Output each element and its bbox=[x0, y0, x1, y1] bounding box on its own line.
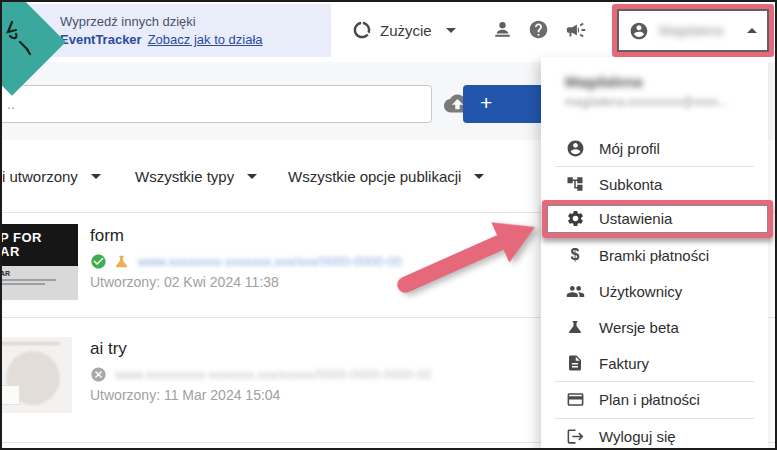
filter-all-types-label: Wszystkie typy bbox=[135, 168, 234, 185]
menu-divider bbox=[555, 166, 754, 167]
user-menu-highlight-box: Magdalena bbox=[612, 4, 774, 57]
usage-gauge-icon bbox=[352, 20, 372, 40]
subaccounts-icon bbox=[566, 175, 584, 193]
menu-item-plan-payments[interactable]: Plan i płatności bbox=[541, 384, 768, 414]
menu-item-label: Mój profil bbox=[599, 140, 660, 157]
menu-item-users[interactable]: Użytkownicy bbox=[541, 276, 768, 306]
beta-flask-icon bbox=[566, 318, 584, 336]
page-title[interactable]: ai try bbox=[90, 339, 127, 359]
menu-divider bbox=[555, 418, 754, 419]
logout-icon bbox=[566, 427, 585, 446]
plus-icon: + bbox=[480, 91, 492, 114]
credit-card-icon bbox=[566, 390, 585, 409]
menu-item-beta-versions[interactable]: Wersje beta bbox=[541, 312, 768, 342]
invoice-document-icon bbox=[566, 354, 584, 372]
menu-item-logout[interactable]: Wyloguj się bbox=[541, 421, 768, 450]
filter-sort-created-label: i utworzony bbox=[2, 168, 78, 185]
page-thumbnail bbox=[0, 337, 72, 413]
user-dropdown-menu: Magdalena magdalena.xxxxxxxxx@xxxx... Mó… bbox=[541, 57, 768, 448]
menu-item-invoices[interactable]: Faktury bbox=[541, 348, 768, 378]
page-url-blurred[interactable]: www.xxxxxxxx-xxxxxxx.xxx/xxx/0000-0000-0… bbox=[138, 254, 402, 269]
menu-item-my-profile[interactable]: Mój profil bbox=[541, 133, 768, 163]
filter-all-types[interactable]: Wszystkie typy bbox=[135, 168, 257, 185]
eventtracker-promo-banner: Wyprzedź innych dzięki EventTrackerZobac… bbox=[30, 4, 331, 57]
search-input[interactable] bbox=[0, 85, 432, 123]
menu-item-label: Subkonta bbox=[599, 176, 662, 193]
filter-publication-options-label: Wszystkie opcje publikacji bbox=[288, 168, 461, 185]
menu-item-label: Plan i płatności bbox=[599, 391, 700, 408]
menu-divider bbox=[555, 381, 754, 382]
test-flask-icon bbox=[113, 253, 130, 270]
chevron-down-icon bbox=[247, 174, 257, 179]
created-date: Utworzony: 11 Mar 2024 15:04 bbox=[90, 387, 280, 403]
chevron-down-icon bbox=[474, 174, 484, 179]
chevron-down-icon bbox=[446, 28, 456, 33]
banner-link[interactable]: Zobacz jak to działa bbox=[148, 32, 263, 47]
page-url-blurred: www.xxxxxxxxx-xxxxxxx.xxx/xxxxx/0000-000… bbox=[115, 367, 431, 382]
menu-item-label: Bramki płatności bbox=[599, 247, 709, 264]
user-menu-button[interactable]: Magdalena bbox=[617, 9, 769, 52]
filter-sort-created[interactable]: i utworzony bbox=[2, 168, 101, 185]
chevron-down-icon bbox=[91, 174, 101, 179]
menu-item-subaccounts[interactable]: Subkonta bbox=[541, 169, 768, 199]
banner-brand: EventTracker bbox=[60, 32, 142, 47]
page-thumbnail: P FOR AR AR bbox=[0, 224, 78, 300]
usage-menu-button[interactable]: Zużycie bbox=[352, 20, 456, 40]
app-window: Wyprzedź innych dzięki EventTrackerZobac… bbox=[0, 0, 777, 450]
banner-line1: Wyprzedź innych dzięki bbox=[60, 13, 263, 31]
thumb-text-line2: AR bbox=[0, 245, 78, 259]
help-icon[interactable] bbox=[528, 19, 549, 40]
menu-item-label: Faktury bbox=[599, 355, 649, 372]
filter-publication-options[interactable]: Wszystkie opcje publikacji bbox=[288, 168, 484, 185]
logo-doodle-icon bbox=[2, 16, 48, 62]
settings-highlight-box bbox=[542, 200, 773, 238]
page-title[interactable]: form bbox=[90, 226, 124, 246]
menu-item-payment-gateways[interactable]: $ Bramki płatności bbox=[541, 240, 768, 270]
menu-user-email-blurred: magdalena.xxxxxxxxx@xxxx... bbox=[565, 95, 728, 109]
user-name-blurred: Magdalena bbox=[659, 23, 747, 38]
user-avatar-icon bbox=[629, 21, 649, 41]
published-check-icon bbox=[90, 253, 107, 270]
menu-item-label: Użytkownicy bbox=[599, 283, 682, 300]
profile-icon bbox=[566, 139, 585, 158]
usage-label: Zużycie bbox=[380, 22, 432, 39]
unpublished-x-icon bbox=[90, 366, 107, 383]
dollar-icon: $ bbox=[565, 245, 585, 265]
thumb-caption: AR bbox=[0, 270, 78, 277]
created-date: Utworzony: 02 Kwi 2024 11:38 bbox=[90, 274, 279, 290]
affiliate-person-icon[interactable] bbox=[492, 19, 513, 40]
menu-item-label: Wyloguj się bbox=[599, 428, 676, 445]
chevron-up-icon bbox=[747, 28, 757, 33]
thumb-text-line1: P FOR bbox=[0, 231, 78, 245]
menu-item-label: Wersje beta bbox=[599, 319, 679, 336]
users-group-icon bbox=[566, 282, 585, 301]
menu-user-name-blurred: Magdalena bbox=[565, 73, 643, 90]
announcements-megaphone-icon[interactable] bbox=[565, 19, 587, 41]
